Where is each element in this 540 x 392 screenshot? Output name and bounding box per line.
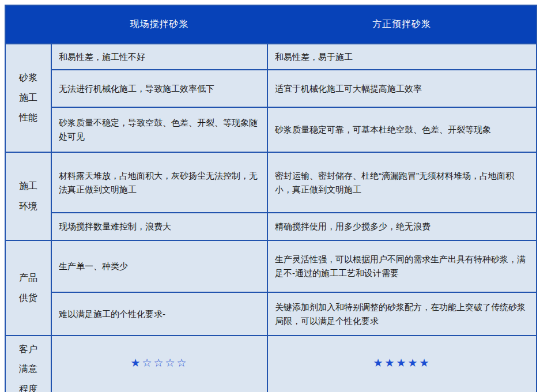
- table-row: 施工 环境材料露天堆放，占地面积大，灰砂扬尘无法控制，无法真正做到文明施工密封运…: [5, 152, 537, 213]
- section-label-mortar-construction-performance: 砂浆 施工 性能: [5, 44, 51, 152]
- table-row: 客户 满意 程度★☆☆☆☆★★★★★: [5, 336, 537, 392]
- right-comparison-cell: 砂浆质量稳定可靠，可基本杜绝空鼓、色差、开裂等现象: [267, 107, 537, 152]
- table-row: 产品 供货生产单一、种类少生产灵活性强，可以根据用户不同的需求生产出具有特种砂浆…: [5, 240, 537, 292]
- header-corner-cell: [5, 5, 51, 44]
- left-comparison-cell: 和易性差，施工性不好: [51, 44, 267, 70]
- right-comparison-cell: 关键添加剂加入和特别调整的砂浆配方，在功能上突破了传统砂浆局限，可以满足个性化要…: [267, 292, 537, 336]
- right-comparison-cell: 生产灵活性强，可以根据用户不同的需求生产出具有特种砂浆，满足不-通过的施工工艺和…: [267, 240, 537, 292]
- mortar-comparison-table: 现场搅拌砂浆 方正预拌砂浆 砂浆 施工 性能和易性差，施工性不好和易性差，易于施…: [5, 5, 537, 392]
- section-label-customer-satisfaction: 客户 满意 程度: [5, 336, 51, 392]
- right-comparison-cell: 适宜于机械化施工可大幅提高施工效率: [267, 70, 537, 107]
- left-comparison-cell: 难以满足施工的个性化要求-: [51, 292, 267, 336]
- section-label-construction-environment: 施工 环境: [5, 152, 51, 240]
- table-row: 难以满足施工的个性化要求-关键添加剂加入和特别调整的砂浆配方，在功能上突破了传统…: [5, 292, 537, 336]
- left-comparison-cell: 现场搅拌数量难控制，浪费大: [51, 213, 267, 240]
- header-col-fangzheng-premixed-mortar: 方正预拌砂浆: [267, 5, 537, 44]
- site-mixed-rating-stars: ★☆☆☆☆: [51, 336, 267, 392]
- header-col-site-mixed-mortar: 现场搅拌砂浆: [51, 5, 267, 44]
- table-row: 现场搅拌数量难控制，浪费大精确搅拌使用，用多少搅多少，绝无浪费: [5, 213, 537, 240]
- left-comparison-cell: 砂浆质量不稳定，导致空鼓、色差、开裂、等现象随处可见: [51, 107, 267, 152]
- left-comparison-cell: 材料露天堆放，占地面积大，灰砂扬尘无法控制，无法真正做到文明施工: [51, 152, 267, 213]
- section-label-product-supply: 产品 供货: [5, 240, 51, 336]
- left-comparison-cell: 生产单一、种类少: [51, 240, 267, 292]
- header-row: 现场搅拌砂浆 方正预拌砂浆: [5, 5, 537, 44]
- table-body: 砂浆 施工 性能和易性差，施工性不好和易性差，易于施工无法进行机械化施工，导致施…: [5, 44, 537, 392]
- table-row: 砂浆质量不稳定，导致空鼓、色差、开裂、等现象随处可见砂浆质量稳定可靠，可基本杜绝…: [5, 107, 537, 152]
- table-row: 砂浆 施工 性能和易性差，施工性不好和易性差，易于施工: [5, 44, 537, 70]
- table-row: 无法进行机械化施工，导致施工效率低下适宜于机械化施工可大幅提高施工效率: [5, 70, 537, 107]
- premixed-rating-stars: ★★★★★: [267, 336, 537, 392]
- right-comparison-cell: 精确搅拌使用，用多少搅多少，绝无浪费: [267, 213, 537, 240]
- left-comparison-cell: 无法进行机械化施工，导致施工效率低下: [51, 70, 267, 107]
- right-comparison-cell: 和易性差，易于施工: [267, 44, 537, 70]
- right-comparison-cell: 密封运输、密封储存、杜绝“滴漏跑冒”无须材料堆场，占地面积小，真正做到文明施工: [267, 152, 537, 213]
